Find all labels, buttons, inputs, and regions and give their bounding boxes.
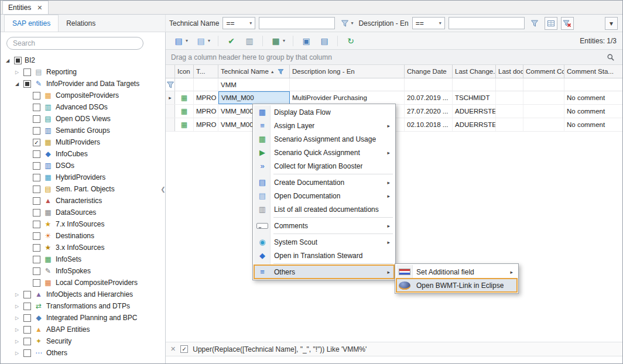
tree-item-checkbox[interactable] [33, 92, 40, 99]
tab-relations[interactable]: Relations [59, 15, 103, 32]
create-documentation-button[interactable]: ▤ [172, 34, 190, 48]
grid-options-button[interactable]: ▾ [605, 17, 618, 30]
menu-item-collect-for-migration-booster[interactable]: »Collect for Migration Booster [254, 159, 394, 173]
menu-item-display-data-flow[interactable]: ▦Display Data Flow [254, 105, 394, 119]
tree-item-semantic-groups[interactable]: ▥Semantic Groups [1, 125, 165, 136]
tree-item-checkbox[interactable] [23, 349, 31, 357]
cell-t[interactable]: MPRO [194, 118, 218, 131]
copy-grid-button[interactable]: ▣ [299, 34, 313, 48]
clear-filter-button[interactable] [561, 17, 574, 30]
tree-item-checkbox[interactable] [33, 104, 40, 111]
tree-item-checkbox[interactable] [33, 232, 40, 240]
filter-cell-last-doc[interactable] [496, 78, 523, 91]
tree-item-checkbox[interactable] [23, 291, 31, 298]
tree-item-integrated-planning-and-bpc[interactable]: ▷◆Integrated Planning and BPC [1, 312, 165, 324]
tree-item-checkbox[interactable] [23, 68, 31, 76]
menu-item-others[interactable]: ≡Others [254, 265, 394, 279]
cell-technical-name[interactable]: VMM_M00 [218, 91, 290, 104]
tree-item-7-x-infosources[interactable]: ★7.x InfoSources [1, 218, 165, 230]
tree-item-checkbox[interactable] [23, 303, 31, 310]
tree-item-abap-entities[interactable]: ▷▲ABAP Entities [1, 324, 165, 335]
menu-item-scenario-quick-assignment[interactable]: ▶Scenario Quick Assignment [254, 146, 394, 159]
tree-item-checkbox[interactable] [33, 256, 40, 263]
tree-item-checkbox[interactable] [33, 244, 40, 252]
technical-name-operator-select[interactable]: == [222, 17, 255, 29]
description-filter-input[interactable] [449, 17, 525, 29]
menu-item-system-scout[interactable]: ◉System Scout [254, 235, 394, 249]
cell-last-change[interactable]: ADUERRSTEIN [453, 118, 496, 131]
cell-last-change[interactable]: ADUERRSTEIN [453, 105, 496, 118]
tree-item-dsos[interactable]: ▥DSOs [1, 160, 165, 171]
tree-item-checkbox[interactable] [33, 162, 40, 170]
expand-arrow-icon[interactable]: ▷ [13, 351, 20, 356]
clear-filter-expression-button[interactable] [170, 345, 176, 353]
tree-item-checkbox[interactable]: ✓ [33, 139, 40, 146]
expand-arrow-icon[interactable]: ▷ [13, 292, 20, 297]
refresh-button[interactable]: ↻ [344, 34, 358, 48]
tree-item-destinations[interactable]: ☀Destinations [1, 230, 165, 242]
menu-item-open-documentation[interactable]: ▤Open Documentation [254, 189, 394, 202]
filter-cell-t[interactable] [194, 78, 218, 91]
tree-item-open-ods-views[interactable]: ▤Open ODS Views [1, 113, 165, 125]
cell-last-doc[interactable] [496, 118, 523, 131]
tree-item-infoprovider-and-data-targets[interactable]: ◢✎InfoProvider and Data Targets [1, 78, 165, 90]
cell-comment-sta[interactable]: No comment [564, 105, 622, 118]
cell-comment-sta[interactable]: No comment [564, 118, 622, 131]
check-entities-button[interactable]: ✔ [224, 34, 238, 48]
menu-item-comments[interactable]: Comments [254, 219, 394, 232]
cell-icon[interactable]: ▦ [175, 91, 194, 104]
cell-icon[interactable]: ▦ [175, 105, 194, 118]
database-button[interactable]: ▥ [242, 34, 256, 48]
menu-item-set-additional-field[interactable]: Set Additional field [396, 265, 517, 279]
menu-item-open-bwmt-link-in-eclipse[interactable]: Open BWMT-Link in Eclipse [396, 279, 517, 292]
menu-item-create-documentation[interactable]: ▤Create Documentation [254, 176, 394, 189]
collapse-arrow-icon[interactable]: ◢ [4, 58, 11, 63]
column-header-technical-name[interactable]: Technical Name [218, 65, 290, 78]
tree-item-checkbox[interactable] [33, 127, 40, 135]
filter-cell-comment-co[interactable] [523, 78, 564, 91]
tree-item-checkbox[interactable] [33, 174, 40, 181]
tree-item-hybridproviders[interactable]: ▦HybridProviders [1, 171, 165, 183]
cell-change-date[interactable]: 02.10.2018 ... [405, 118, 453, 131]
cell-comment-sta[interactable]: No comment [564, 91, 622, 104]
tree-item-checkbox[interactable] [14, 57, 22, 64]
column-header-comment-co[interactable]: Comment Co... [523, 65, 564, 78]
filter-cell-last-change[interactable] [453, 78, 496, 91]
column-header-t[interactable]: T... [194, 65, 218, 78]
tree-item-others[interactable]: ▷⋯Others [1, 347, 165, 359]
tree-item-security[interactable]: ▷✦Security [1, 335, 165, 347]
expand-arrow-icon[interactable]: ▷ [13, 315, 20, 321]
tree-item-local-compositeproviders[interactable]: ▦Local CompositeProviders [1, 277, 165, 289]
column-header-comment-sta[interactable]: Comment Sta... [564, 65, 622, 78]
column-header-last-doc[interactable]: Last doc. [496, 65, 523, 78]
tree-item-checkbox[interactable] [23, 338, 31, 345]
filter-expression[interactable]: Upper(Replace([Technical Name], "_", "!"… [193, 345, 367, 353]
tree-item-checkbox[interactable] [33, 221, 40, 228]
cell-last-doc[interactable] [496, 91, 523, 104]
expand-arrow-icon[interactable]: ▷ [13, 327, 20, 332]
column-header-change-date[interactable]: Change Date [405, 65, 453, 78]
tree-item-checkbox[interactable] [33, 115, 40, 123]
filter-cell-icon[interactable] [175, 78, 194, 91]
cell-comment-co[interactable] [523, 105, 564, 118]
menu-item-assign-layer[interactable]: ≡Assign Layer [254, 119, 394, 132]
filter-cell-technical-name[interactable]: VMM [218, 78, 290, 91]
cell-last-change[interactable]: TSCHMIDT [453, 91, 496, 104]
tree-item-reporting[interactable]: ▷▤Reporting [1, 66, 165, 78]
cell-icon[interactable]: ▦ [175, 118, 194, 131]
tree-item-compositeproviders[interactable]: ▦CompositeProviders [1, 90, 165, 101]
close-icon[interactable] [37, 5, 42, 11]
cell-description-long-en[interactable]: MultiProvider Purchasing [290, 91, 405, 104]
collapse-arrow-icon[interactable]: ◢ [13, 81, 20, 87]
tree-item-checkbox[interactable] [33, 186, 40, 193]
tree-item-advanced-dsos[interactable]: ▥Advanced DSOs [1, 101, 165, 113]
technical-name-filter-menu-button[interactable] [338, 17, 355, 30]
tree-item-checkbox[interactable] [33, 267, 40, 275]
tree-item-transformations-and-dtps[interactable]: ▷⇄Transformations and DTPs [1, 300, 165, 312]
open-documentation-button[interactable]: ▤ [194, 34, 212, 48]
expand-arrow-icon[interactable]: ▷ [13, 304, 20, 309]
tree-item-infospokes[interactable]: ✎InfoSpokes [1, 265, 165, 277]
cell-change-date[interactable]: 27.07.2020 ... [405, 105, 453, 118]
column-header-last-change[interactable]: Last Change... [453, 65, 496, 78]
description-filter-menu-button[interactable] [528, 17, 541, 30]
